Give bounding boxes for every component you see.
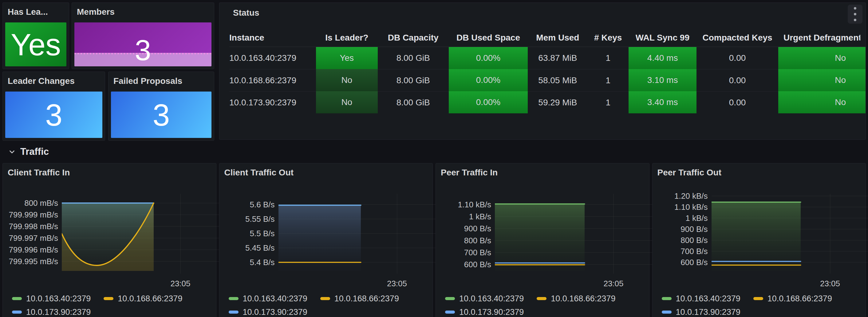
legend-label: 10.0.168.66:2379 [334,294,399,304]
plot-area[interactable] [712,194,868,274]
stat-value-box: 3 [74,23,212,66]
col-header-instance[interactable]: Instance [229,29,316,47]
y-axis-label: 900 B/s [653,224,708,234]
status-table: Instance Is Leader? DB Capacity DB Used … [229,29,866,113]
y-axis-label: 1 kB/s [653,213,708,223]
legend-item[interactable]: 10.0.173.90:2379 [12,308,91,317]
cell-db-capacity: 8.00 GiB [378,47,449,69]
y-axis-label: 5.45 B/s [219,243,275,253]
panel-title-members[interactable]: Members [77,7,210,17]
cell-compacted: 0.00 [696,69,778,91]
legend-swatch-icon [753,297,763,300]
chart-legend: 10.0.163.40:237910.0.168.66:237910.0.173… [229,292,430,317]
legend-swatch-icon [662,297,672,300]
legend-swatch-icon [12,297,22,300]
col-header-db-capacity[interactable]: DB Capacity [378,29,449,47]
legend-item[interactable]: 10.0.163.40:2379 [445,294,524,304]
panel-peer-traffic-in: Peer Traffic In 1.10 kB/s1 kB/s900 B/s80… [436,163,649,317]
legend-item[interactable]: 10.0.173.90:2379 [229,308,307,317]
chart-legend: 10.0.163.40:237910.0.168.66:237910.0.173… [445,292,646,317]
panel-members: Members 3 [72,2,214,69]
legend-row: 10.0.173.90:2379 [12,305,213,317]
row-section-traffic[interactable]: Traffic [0,143,49,160]
legend-item[interactable]: 10.0.168.66:2379 [537,294,615,304]
cell-db-used: 0.00% [449,91,528,113]
panel-status: Status Instance Is Leader? DB Capacity D… [219,2,866,140]
failed-proposals-value: 3 [153,99,170,130]
legend-row: 10.0.163.40:237910.0.168.66:2379 [12,292,213,305]
y-axis-label: 799.996 mB/s [3,245,58,255]
col-header-num-keys[interactable]: # Keys [587,29,628,47]
y-axis-label: 5.5 B/s [219,228,275,239]
y-axis-label: 5.6 B/s [219,200,275,210]
y-axis-label: 700 B/s [436,248,491,257]
legend-item[interactable]: 10.0.168.66:2379 [753,294,832,304]
y-axis-label: 799.997 mB/s [3,233,58,243]
panel-failed-proposals: Failed Proposals 3 [108,71,214,141]
legend-item[interactable]: 10.0.168.66:2379 [320,294,399,304]
y-axis-label: 5.4 B/s [219,257,275,267]
cell-instance: 10.0.168.66:2379 [229,69,316,91]
legend-item[interactable]: 10.0.173.90:2379 [662,308,740,317]
members-value: 3 [74,36,212,65]
legend-swatch-icon [103,297,114,300]
legend-item[interactable]: 10.0.163.40:2379 [662,294,740,304]
panel-title-leader-changes[interactable]: Leader Changes [8,76,100,86]
y-axis-label: 799.998 mB/s [3,221,58,231]
legend-label: 10.0.163.40:2379 [459,294,524,304]
stat-value-box: Yes [5,23,66,66]
legend-item[interactable]: 10.0.163.40:2379 [12,294,91,304]
y-axis-label: 799.995 mB/s [3,256,58,266]
y-axis-label: 600 B/s [436,259,491,270]
panel-client-traffic-in: Client Traffic In 800 mB/s799.999 mB/s79… [2,163,216,317]
legend-row: 10.0.163.40:237910.0.168.66:2379 [662,292,863,305]
y-axis-label: 1.20 kB/s [653,191,708,201]
chart-legend: 10.0.163.40:237910.0.168.66:237910.0.173… [12,292,213,317]
legend-label: 10.0.163.40:2379 [26,294,91,304]
panel-title-failed-proposals[interactable]: Failed Proposals [114,76,210,86]
col-header-db-used-space[interactable]: DB Used Space [449,29,528,47]
x-axis-tick: 23:05 [595,279,632,288]
table-header-row: Instance Is Leader? DB Capacity DB Used … [229,29,866,47]
plot-area[interactable] [495,194,653,274]
table-row: 10.0.163.40:2379 Yes 8.00 GiB 0.00% 63.8… [229,47,866,69]
cell-is-leader: No [316,69,378,91]
col-header-mem-used[interactable]: Mem Used [528,29,587,47]
panel-title-status[interactable]: Status [233,8,259,18]
legend-swatch-icon [229,311,239,314]
cell-instance: 10.0.163.40:2379 [229,47,316,69]
cell-urgent-defrag: No [778,47,866,69]
cell-keys: 1 [587,69,628,91]
panel-title-has-leader[interactable]: Has Lea... [8,7,65,17]
y-axis-label: 700 B/s [653,246,708,256]
plot-area[interactable] [278,194,437,274]
col-header-urgent-defragment[interactable]: Urgent Defragment [778,29,866,47]
legend-swatch-icon [12,311,22,314]
cell-mem-used: 63.87 MiB [528,47,587,69]
legend-swatch-icon [445,297,455,300]
cell-instance: 10.0.173.90:2379 [229,91,316,113]
cell-mem-used: 59.29 MiB [528,91,587,113]
legend-label: 10.0.168.66:2379 [768,294,832,304]
y-axis-label: 900 B/s [436,224,491,233]
legend-item[interactable]: 10.0.163.40:2379 [229,294,307,304]
legend-item[interactable]: 10.0.168.66:2379 [103,294,182,304]
kebab-menu-icon[interactable] [848,5,863,24]
col-header-compacted-keys[interactable]: Compacted Keys [696,29,778,47]
cell-wal-sync: 3.10 ms [628,69,696,91]
y-axis-label: 800 mB/s [3,198,58,208]
legend-label: 10.0.173.90:2379 [676,308,740,317]
cell-compacted: 0.00 [696,47,778,69]
col-header-wal-sync[interactable]: WAL Sync 99th [628,29,696,47]
legend-swatch-icon [229,297,239,300]
legend-label: 10.0.163.40:2379 [243,294,307,304]
legend-item[interactable]: 10.0.173.90:2379 [445,308,524,317]
y-axis-label: 799.999 mB/s [3,210,58,220]
cell-is-leader: Yes [316,47,378,69]
cell-wal-sync: 4.40 ms [628,47,696,69]
plot-area[interactable] [62,194,220,274]
panel-peer-traffic-out: Peer Traffic Out 1.20 kB/s1.10 kB/s1 kB/… [652,163,866,317]
legend-label: 10.0.163.40:2379 [676,294,740,304]
col-header-is-leader[interactable]: Is Leader? [316,29,378,47]
legend-row: 10.0.173.90:2379 [662,305,863,317]
